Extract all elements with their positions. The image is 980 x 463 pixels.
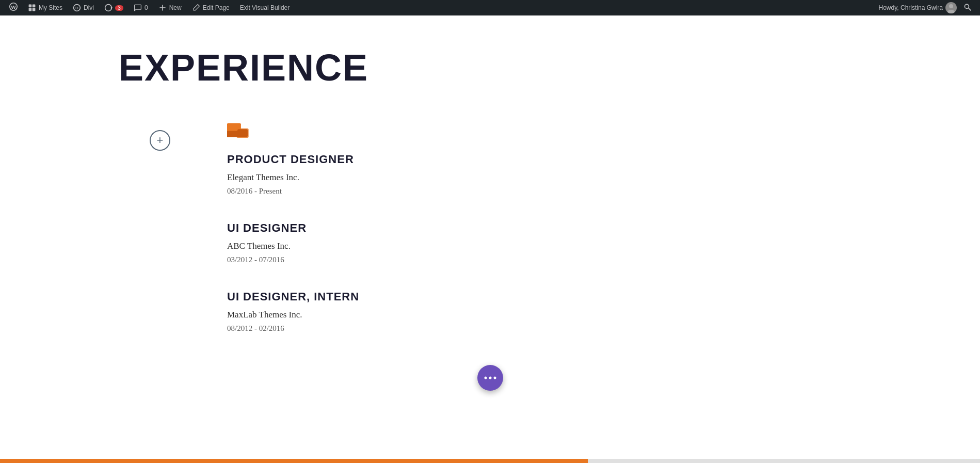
howdy-label: Howdy, Christina Gwira [879, 4, 943, 11]
edit-page-icon [192, 4, 200, 12]
svg-point-13 [965, 4, 969, 8]
exit-builder-item[interactable]: Exit Visual Builder [235, 0, 295, 15]
svg-point-21 [489, 377, 491, 379]
floating-more-button[interactable] [477, 365, 503, 391]
svg-rect-2 [29, 5, 32, 8]
new-icon [158, 4, 167, 12]
job-title-2: UI DESIGNER [227, 221, 980, 235]
divi-label: Divi [84, 4, 94, 11]
add-module-button[interactable]: + [150, 130, 170, 151]
svg-point-12 [947, 10, 955, 13]
content-area: + PRODUCT DESIG [114, 120, 980, 359]
svg-point-20 [484, 377, 487, 379]
edit-page-label: Edit Page [203, 4, 230, 11]
company-name-3: MaxLab Themes Inc. [227, 310, 980, 320]
experience-entry-1: PRODUCT DESIGNER Elegant Themes Inc. 08/… [227, 153, 980, 196]
new-item[interactable]: New [153, 0, 187, 15]
company-name-2: ABC Themes Inc. [227, 241, 980, 251]
date-range-1: 08/2016 - Present [227, 187, 980, 196]
progress-fill [0, 459, 588, 463]
my-sites-item[interactable]: My Sites [23, 0, 68, 15]
updates-item[interactable]: 3 [99, 0, 128, 15]
page-content: EXPERIENCE + [0, 15, 980, 390]
svg-rect-3 [33, 5, 36, 8]
section-title: EXPERIENCE [119, 46, 980, 89]
my-sites-icon [28, 4, 36, 12]
comments-item[interactable]: 0 [128, 0, 153, 15]
experience-column: PRODUCT DESIGNER Elegant Themes Inc. 08/… [206, 120, 980, 359]
job-title-1: PRODUCT DESIGNER [227, 153, 980, 166]
divi-icon: D [73, 4, 81, 12]
svg-rect-19 [237, 129, 248, 137]
avatar [945, 2, 957, 13]
svg-rect-5 [33, 8, 36, 11]
date-range-2: 03/2012 - 07/2016 [227, 256, 980, 264]
updates-icon [104, 4, 113, 12]
plus-icon: + [157, 135, 164, 146]
my-sites-label: My Sites [39, 4, 62, 11]
svg-point-11 [949, 4, 953, 8]
edit-page-item[interactable]: Edit Page [187, 0, 235, 15]
comments-icon [134, 4, 142, 12]
svg-rect-4 [29, 8, 32, 11]
date-range-3: 08/2012 - 02/2016 [227, 324, 980, 333]
new-label: New [169, 4, 182, 11]
svg-line-14 [969, 8, 971, 10]
comments-count: 0 [144, 4, 148, 11]
divi-item[interactable]: D Divi [68, 0, 99, 15]
updates-badge: 3 [115, 5, 123, 11]
svg-text:D: D [75, 6, 78, 10]
bottom-progress-bar [0, 459, 980, 463]
exit-builder-label: Exit Visual Builder [240, 4, 290, 11]
search-icon[interactable] [959, 3, 976, 13]
admin-bar: W My Sites D Divi [0, 0, 980, 15]
svg-text:W: W [11, 4, 16, 10]
wordpress-logo-icon: W [9, 3, 18, 13]
adminbar-right: Howdy, Christina Gwira [879, 2, 976, 13]
palette-icon [227, 120, 980, 142]
adminbar-left: W My Sites D Divi [4, 0, 879, 15]
add-column: + [114, 120, 206, 359]
experience-entry-2: UI DESIGNER ABC Themes Inc. 03/2012 - 07… [227, 221, 980, 264]
experience-entry-3: UI DESIGNER, INTERN MaxLab Themes Inc. 0… [227, 290, 980, 333]
job-title-3: UI DESIGNER, INTERN [227, 290, 980, 304]
svg-point-22 [493, 377, 496, 379]
wordpress-logo-item[interactable]: W [4, 0, 23, 15]
company-name-1: Elegant Themes Inc. [227, 172, 980, 183]
